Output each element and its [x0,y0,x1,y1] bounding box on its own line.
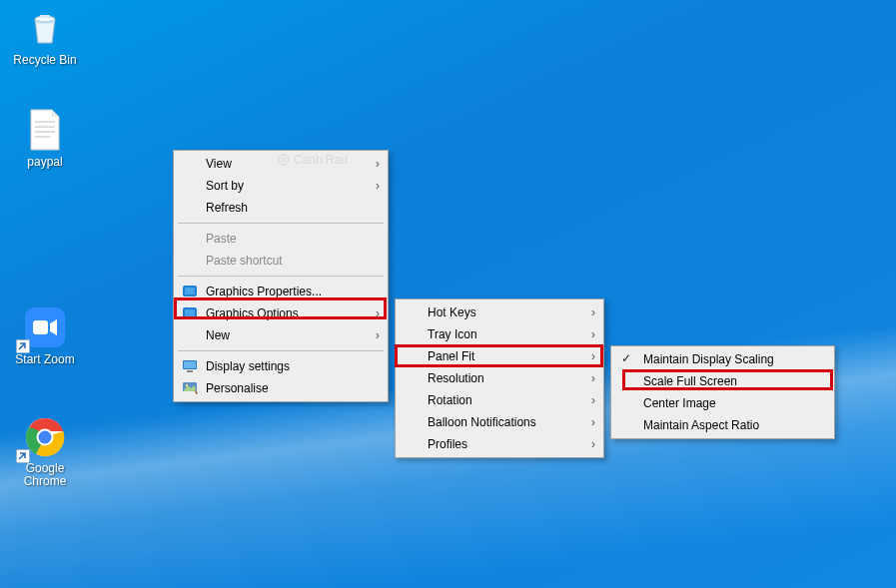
svg-rect-6 [33,320,48,334]
desktop-icon-label: Recycle Bin [8,53,82,67]
chevron-right-icon: › [376,306,380,320]
chevron-right-icon: › [591,415,595,429]
desktop-icon-label: paypal [8,155,82,169]
menu-item-rotation[interactable]: Rotation › [398,389,601,411]
menu-item-graphics-options[interactable]: Graphics Options › [176,302,386,324]
menu-label: Display settings [206,359,290,373]
chevron-right-icon: › [376,328,380,342]
menu-item-panel-fit[interactable]: Panel Fit › [398,345,601,367]
menu-label: Hot Keys [428,305,476,319]
shortcut-arrow-icon [16,449,30,466]
chevron-right-icon: › [591,437,595,451]
menu-label: Panel Fit [428,349,474,363]
menu-separator [178,350,384,351]
menu-item-profiles[interactable]: Profiles › [398,433,601,455]
menu-item-scale-full-screen[interactable]: Scale Full Screen [613,370,832,392]
chevron-right-icon: › [376,157,380,171]
menu-item-sort-by[interactable]: Sort by › [176,175,386,197]
svg-rect-15 [185,288,195,294]
personalise-icon [182,380,198,399]
menu-label: Refresh [206,201,248,215]
menu-label: Paste [206,232,237,246]
panel-fit-submenu: ✓ Maintain Display Scaling Scale Full Sc… [610,345,835,439]
menu-label: Graphics Options [206,306,299,320]
checkmark-icon: ✓ [621,351,631,365]
menu-item-aspect-ratio[interactable]: Maintain Aspect Ratio [613,414,832,436]
menu-item-personalise[interactable]: Personalise [176,377,386,399]
menu-label: Center Image [643,396,716,410]
svg-rect-17 [185,309,195,316]
chevron-right-icon: › [591,305,595,319]
menu-item-new[interactable]: New › [176,324,386,346]
menu-item-refresh[interactable]: Refresh [176,197,386,219]
menu-item-resolution[interactable]: Resolution › [398,367,601,389]
display-settings-icon [182,358,198,377]
intel-graphics-icon [182,305,198,324]
menu-separator [178,276,384,277]
chevron-right-icon: › [591,349,595,363]
desktop-icon-paypal[interactable]: paypal [8,108,82,169]
menu-label: View [206,157,232,171]
menu-item-display-settings[interactable]: Display settings [176,355,386,377]
menu-item-paste-shortcut: Paste shortcut [176,250,386,272]
desktop-context-menu: Canh Rau View › Sort by › Refresh Paste … [173,150,389,402]
text-file-icon [23,108,67,152]
svg-point-22 [186,384,188,386]
menu-label: Graphics Properties... [206,285,322,298]
desktop-icon-chrome[interactable]: Google Chrome [8,415,82,488]
chevron-right-icon: › [591,371,595,385]
desktop-icon-recycle-bin[interactable]: Recycle Bin [8,6,82,67]
menu-label: Rotation [428,393,472,407]
menu-label: Balloon Notifications [428,415,536,429]
menu-label: New [206,328,230,342]
menu-item-view[interactable]: View › [176,153,386,175]
chevron-right-icon: › [376,179,380,193]
menu-item-tray-icon[interactable]: Tray Icon › [398,323,601,345]
intel-graphics-icon [182,284,198,302]
svg-rect-19 [184,361,196,368]
menu-label: Paste shortcut [206,254,283,268]
chevron-right-icon: › [591,327,595,341]
menu-separator [178,223,384,224]
shortcut-arrow-icon [16,339,30,356]
menu-label: Maintain Display Scaling [643,352,774,366]
svg-rect-20 [187,370,193,372]
svg-point-10 [39,431,52,444]
menu-label: Personalise [206,381,269,395]
menu-label: Tray Icon [428,327,477,341]
recycle-bin-icon [23,6,67,50]
menu-label: Resolution [428,371,484,385]
menu-item-maintain-scaling[interactable]: ✓ Maintain Display Scaling [613,348,832,370]
desktop-icon-zoom[interactable]: Start Zoom [8,305,82,366]
menu-item-hot-keys[interactable]: Hot Keys › [398,301,601,323]
menu-label: Maintain Aspect Ratio [643,418,759,432]
menu-item-paste: Paste [176,228,386,250]
graphics-options-submenu: Hot Keys › Tray Icon › Panel Fit › Resol… [395,298,604,458]
menu-label: Sort by [206,179,244,193]
menu-label: Profiles [428,437,467,451]
menu-item-balloon-notifications[interactable]: Balloon Notifications › [398,411,601,433]
menu-item-graphics-properties[interactable]: Graphics Properties... [176,281,386,302]
chevron-right-icon: › [591,393,595,407]
menu-item-center-image[interactable]: Center Image [613,392,832,414]
menu-label: Scale Full Screen [643,374,737,388]
